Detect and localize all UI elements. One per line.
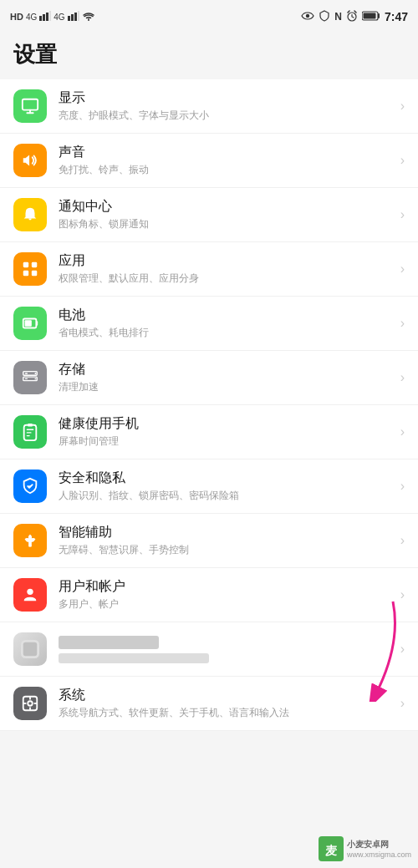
signal-4g-1: 4G <box>26 13 37 22</box>
security-icon <box>13 470 47 503</box>
settings-item-storage[interactable]: 存储 清理加速 › <box>0 351 418 405</box>
signal-bar-2 <box>68 11 79 23</box>
storage-chevron: › <box>400 370 405 385</box>
watermark-text-block: 小麦安卓网 www.xmsigma.com <box>347 839 411 859</box>
storage-title: 存储 <box>59 361 394 378</box>
health-icon <box>13 415 47 449</box>
blurred-icon <box>13 632 47 666</box>
apps-title: 应用 <box>59 252 394 270</box>
svg-rect-12 <box>363 13 375 18</box>
alarm-icon <box>346 10 358 24</box>
blurred-subtitle <box>59 653 209 663</box>
storage-subtitle: 清理加速 <box>59 380 394 394</box>
svg-point-9 <box>306 13 309 17</box>
settings-item-accounts[interactable]: 用户和帐户 多用户、帐户 › <box>0 568 418 622</box>
svg-rect-6 <box>74 13 77 21</box>
page-header: 设置 <box>0 33 418 79</box>
settings-item-notification[interactable]: 通知中心 图标角标、锁屏通知 › <box>0 188 418 242</box>
system-icon <box>13 687 47 720</box>
svg-rect-3 <box>49 11 51 21</box>
health-chevron: › <box>400 424 405 439</box>
settings-item-sound[interactable]: 声音 免打扰、铃声、振动 › <box>0 134 418 188</box>
settings-list: 显示 亮度、护眼模式、字体与显示大小 › 声音 免打扰、铃声、振动 › 通知中心… <box>0 79 418 731</box>
blurred-text <box>59 636 394 663</box>
svg-point-24 <box>35 373 37 374</box>
blurred-title <box>59 636 159 649</box>
system-title: 系统 <box>59 687 394 704</box>
signal-4g-2: 4G <box>54 13 64 22</box>
status-right: N 7:47 <box>301 10 408 24</box>
settings-item-system[interactable]: 系统 系统导航方式、软件更新、关于手机、语言和输入法 › <box>0 677 418 731</box>
battery-text: 电池 省电模式、耗电排行 <box>59 307 394 340</box>
status-time: 7:47 <box>385 10 408 23</box>
watermark-site: 小麦安卓网 <box>347 839 411 850</box>
accounts-title: 用户和帐户 <box>59 578 394 596</box>
health-subtitle: 屏幕时间管理 <box>59 434 394 449</box>
svg-rect-27 <box>28 424 33 427</box>
settings-item-security[interactable]: 安全和隐私 人脸识别、指纹、锁屏密码、密码保险箱 › <box>0 459 418 514</box>
svg-point-28 <box>27 589 33 595</box>
battery-icon <box>362 11 380 23</box>
battery-title: 电池 <box>59 307 394 324</box>
apps-chevron: › <box>400 261 405 277</box>
accounts-text: 用户和帐户 多用户、帐户 <box>59 578 394 612</box>
svg-rect-19 <box>25 320 32 326</box>
page-title: 设置 <box>13 40 405 69</box>
notification-text: 通知中心 图标角标、锁屏通知 <box>59 198 394 231</box>
accessibility-title: 智能辅助 <box>59 524 394 541</box>
storage-icon <box>13 361 47 394</box>
health-title: 健康使用手机 <box>59 415 394 433</box>
settings-item-accessibility[interactable]: 智能辅助 无障碍、智慧识屏、手势控制 › <box>0 514 418 568</box>
svg-text:麦: 麦 <box>325 844 338 857</box>
security-subtitle: 人脸识别、指纹、锁屏密码、密码保险箱 <box>59 489 394 503</box>
apps-subtitle: 权限管理、默认应用、应用分身 <box>59 272 394 286</box>
svg-rect-5 <box>71 14 74 21</box>
display-subtitle: 亮度、护眼模式、字体与显示大小 <box>59 109 394 123</box>
svg-rect-17 <box>32 271 37 276</box>
watermark-url: www.xmsigma.com <box>347 850 411 859</box>
svg-rect-7 <box>78 11 79 21</box>
battery-subtitle: 省电模式、耗电排行 <box>59 326 394 340</box>
security-title: 安全和隐私 <box>59 470 394 487</box>
status-bar: HD 4G 4G N <box>0 0 418 33</box>
settings-item-battery[interactable]: 电池 省电模式、耗电排行 › <box>0 297 418 351</box>
settings-item-health[interactable]: 健康使用手机 屏幕时间管理 › <box>0 405 418 459</box>
svg-point-8 <box>88 19 89 21</box>
display-text: 显示 亮度、护眼模式、字体与显示大小 <box>59 89 394 123</box>
settings-item-display[interactable]: 显示 亮度、护眼模式、字体与显示大小 › <box>0 79 418 134</box>
battery-settings-icon <box>13 307 47 340</box>
svg-rect-14 <box>23 262 28 267</box>
accessibility-subtitle: 无障碍、智慧识屏、手势控制 <box>59 543 394 557</box>
svg-rect-1 <box>43 14 45 21</box>
accessibility-icon <box>13 524 47 557</box>
display-title: 显示 <box>59 89 394 107</box>
settings-item-blurred[interactable]: › <box>0 622 418 677</box>
notification-subtitle: 图标角标、锁屏通知 <box>59 217 394 231</box>
notification-icon <box>13 198 47 231</box>
apps-icon <box>13 252 47 286</box>
accounts-icon <box>13 578 47 612</box>
watermark-logo-icon: 麦 <box>319 836 344 861</box>
svg-rect-0 <box>39 16 42 21</box>
security-text: 安全和隐私 人脸识别、指纹、锁屏密码、密码保险箱 <box>59 470 394 503</box>
health-text: 健康使用手机 屏幕时间管理 <box>59 415 394 449</box>
battery-chevron: › <box>400 316 405 331</box>
svg-rect-30 <box>23 642 38 657</box>
blurred-chevron: › <box>400 642 405 657</box>
display-chevron: › <box>400 99 405 114</box>
system-subtitle: 系统导航方式、软件更新、关于手机、语言和输入法 <box>59 706 394 720</box>
accounts-subtitle: 多用户、帐户 <box>59 597 394 612</box>
svg-point-32 <box>28 701 33 706</box>
storage-text: 存储 清理加速 <box>59 361 394 394</box>
sound-subtitle: 免打扰、铃声、振动 <box>59 163 394 177</box>
sound-chevron: › <box>400 153 405 168</box>
carrier-text: HD <box>10 12 23 22</box>
system-chevron: › <box>400 696 405 711</box>
accounts-chevron: › <box>400 587 405 602</box>
status-left: HD 4G 4G <box>10 11 95 23</box>
shield-icon <box>319 10 330 24</box>
settings-item-apps[interactable]: 应用 权限管理、默认应用、应用分身 › <box>0 242 418 297</box>
sound-text: 声音 免打扰、铃声、振动 <box>59 144 394 177</box>
eye-icon <box>301 11 314 23</box>
notification-title: 通知中心 <box>59 198 394 216</box>
